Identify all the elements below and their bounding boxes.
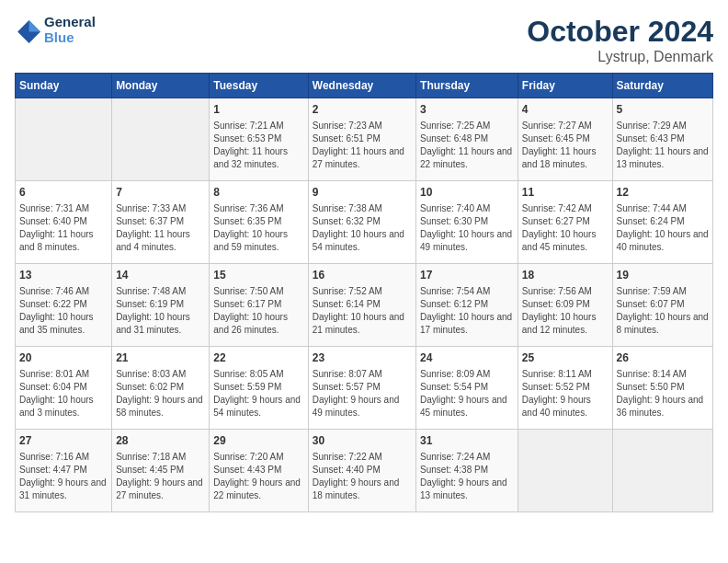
day-number: 22 xyxy=(213,350,303,366)
day-number: 28 xyxy=(116,433,205,449)
day-info: Sunset: 6:40 PM xyxy=(19,215,108,228)
day-info: Daylight: 10 hours and 31 minutes. xyxy=(116,311,205,337)
day-info: Sunset: 6:14 PM xyxy=(313,298,412,311)
day-number: 30 xyxy=(313,433,412,449)
day-info: Daylight: 11 hours and 27 minutes. xyxy=(313,145,412,171)
day-info: Daylight: 10 hours and 35 minutes. xyxy=(19,311,108,337)
calendar-cell: 26Sunrise: 8:14 AMSunset: 5:50 PMDayligh… xyxy=(612,347,712,430)
calendar-week-row: 1Sunrise: 7:21 AMSunset: 6:53 PMDaylight… xyxy=(16,98,713,181)
day-info: Sunset: 4:38 PM xyxy=(420,464,514,477)
weekday-header: Thursday xyxy=(416,74,518,98)
day-info: Daylight: 9 hours and 36 minutes. xyxy=(617,394,709,419)
day-info: Sunrise: 7:44 AM xyxy=(617,202,709,215)
day-info: Sunrise: 7:33 AM xyxy=(116,202,205,215)
day-number: 17 xyxy=(420,268,514,283)
day-number: 19 xyxy=(617,268,709,283)
day-number: 26 xyxy=(617,350,709,366)
day-info: Daylight: 9 hours and 45 minutes. xyxy=(420,394,514,419)
calendar-cell: 8Sunrise: 7:36 AMSunset: 6:35 PMDaylight… xyxy=(210,181,308,264)
day-info: Sunrise: 7:18 AM xyxy=(116,451,205,464)
day-info: Sunset: 6:12 PM xyxy=(420,298,514,311)
calendar-cell: 22Sunrise: 8:05 AMSunset: 5:59 PMDayligh… xyxy=(210,347,308,430)
calendar-cell: 23Sunrise: 8:07 AMSunset: 5:57 PMDayligh… xyxy=(308,347,415,430)
day-info: Sunrise: 7:20 AM xyxy=(213,451,303,464)
day-number: 29 xyxy=(213,433,303,449)
calendar-cell: 31Sunrise: 7:24 AMSunset: 4:38 PMDayligh… xyxy=(416,430,518,512)
day-info: Sunrise: 7:40 AM xyxy=(420,202,514,215)
day-info: Daylight: 9 hours and 13 minutes. xyxy=(420,477,514,502)
header-row: SundayMondayTuesdayWednesdayThursdayFrid… xyxy=(16,74,713,98)
day-info: Sunrise: 7:22 AM xyxy=(313,451,412,464)
calendar-cell xyxy=(112,98,210,181)
day-info: Daylight: 9 hours and 54 minutes. xyxy=(213,394,303,419)
day-info: Daylight: 10 hours and 26 minutes. xyxy=(213,311,303,337)
day-info: Daylight: 9 hours and 18 minutes. xyxy=(313,477,412,502)
calendar-cell: 4Sunrise: 7:27 AMSunset: 6:45 PMDaylight… xyxy=(518,98,612,181)
day-info: Sunset: 6:48 PM xyxy=(420,132,514,145)
day-info: Daylight: 10 hours and 54 minutes. xyxy=(313,228,412,254)
day-info: Sunset: 6:30 PM xyxy=(420,215,514,228)
calendar-cell: 1Sunrise: 7:21 AMSunset: 6:53 PMDaylight… xyxy=(210,98,308,181)
logo-icon xyxy=(15,17,40,43)
day-info: Sunset: 4:45 PM xyxy=(116,464,205,477)
day-info: Daylight: 11 hours and 18 minutes. xyxy=(522,145,609,171)
day-info: Daylight: 10 hours and 49 minutes. xyxy=(420,228,514,254)
calendar-cell: 16Sunrise: 7:52 AMSunset: 6:14 PMDayligh… xyxy=(308,264,415,347)
calendar-cell: 20Sunrise: 8:01 AMSunset: 6:04 PMDayligh… xyxy=(16,347,112,430)
day-number: 23 xyxy=(313,350,412,366)
calendar-cell: 19Sunrise: 7:59 AMSunset: 6:07 PMDayligh… xyxy=(612,264,712,347)
calendar-cell: 27Sunrise: 7:16 AMSunset: 4:47 PMDayligh… xyxy=(16,430,112,512)
day-number: 15 xyxy=(213,268,303,283)
day-info: Sunrise: 7:27 AM xyxy=(522,120,609,132)
day-info: Sunset: 4:43 PM xyxy=(213,464,303,477)
day-info: Sunrise: 8:14 AM xyxy=(617,368,709,381)
day-info: Sunset: 6:37 PM xyxy=(116,215,205,228)
calendar-cell xyxy=(518,430,612,512)
logo: General Blue xyxy=(15,15,96,45)
day-info: Sunrise: 7:21 AM xyxy=(213,120,303,132)
day-info: Sunrise: 7:38 AM xyxy=(313,202,412,215)
location: Lystrup, Denmark xyxy=(527,49,713,65)
day-number: 14 xyxy=(116,268,205,283)
page-header: General Blue October 2024 Lystrup, Denma… xyxy=(15,15,713,65)
calendar-week-row: 6Sunrise: 7:31 AMSunset: 6:40 PMDaylight… xyxy=(16,181,713,264)
day-info: Sunrise: 8:09 AM xyxy=(420,368,514,381)
day-number: 31 xyxy=(420,433,514,449)
day-info: Daylight: 11 hours and 32 minutes. xyxy=(213,145,303,171)
day-info: Daylight: 11 hours and 22 minutes. xyxy=(420,145,514,171)
calendar-cell: 7Sunrise: 7:33 AMSunset: 6:37 PMDaylight… xyxy=(112,181,210,264)
day-info: Daylight: 11 hours and 13 minutes. xyxy=(617,145,709,171)
day-info: Sunrise: 8:07 AM xyxy=(313,368,412,381)
day-info: Sunset: 6:19 PM xyxy=(116,298,205,311)
day-info: Sunrise: 7:29 AM xyxy=(617,120,709,132)
day-info: Daylight: 9 hours and 22 minutes. xyxy=(213,477,303,502)
day-info: Sunrise: 8:11 AM xyxy=(522,368,609,381)
day-info: Sunset: 6:53 PM xyxy=(213,132,303,145)
day-info: Sunrise: 7:36 AM xyxy=(213,202,303,215)
calendar-cell: 6Sunrise: 7:31 AMSunset: 6:40 PMDaylight… xyxy=(16,181,112,264)
day-info: Sunrise: 7:56 AM xyxy=(522,285,609,298)
day-info: Sunset: 6:02 PM xyxy=(116,381,205,394)
day-info: Sunset: 6:24 PM xyxy=(617,215,709,228)
day-info: Daylight: 9 hours and 58 minutes. xyxy=(116,394,205,419)
logo-text: General Blue xyxy=(44,15,96,45)
calendar-cell: 18Sunrise: 7:56 AMSunset: 6:09 PMDayligh… xyxy=(518,264,612,347)
calendar-header: SundayMondayTuesdayWednesdayThursdayFrid… xyxy=(16,74,713,98)
day-number: 10 xyxy=(420,185,514,201)
day-info: Daylight: 11 hours and 4 minutes. xyxy=(116,228,205,254)
day-info: Sunset: 4:47 PM xyxy=(19,464,108,477)
weekday-header: Monday xyxy=(112,74,210,98)
day-number: 25 xyxy=(522,350,609,366)
day-info: Sunrise: 7:50 AM xyxy=(213,285,303,298)
day-info: Sunset: 6:43 PM xyxy=(617,132,709,145)
day-info: Sunset: 6:17 PM xyxy=(213,298,303,311)
calendar-week-row: 27Sunrise: 7:16 AMSunset: 4:47 PMDayligh… xyxy=(16,430,713,512)
calendar-cell: 12Sunrise: 7:44 AMSunset: 6:24 PMDayligh… xyxy=(612,181,712,264)
day-number: 8 xyxy=(213,185,303,201)
day-info: Daylight: 9 hours and 31 minutes. xyxy=(19,477,108,502)
day-info: Sunset: 5:50 PM xyxy=(617,381,709,394)
calendar-cell xyxy=(16,98,112,181)
day-number: 11 xyxy=(522,185,609,201)
day-info: Sunset: 5:52 PM xyxy=(522,381,609,394)
day-info: Sunset: 6:35 PM xyxy=(213,215,303,228)
